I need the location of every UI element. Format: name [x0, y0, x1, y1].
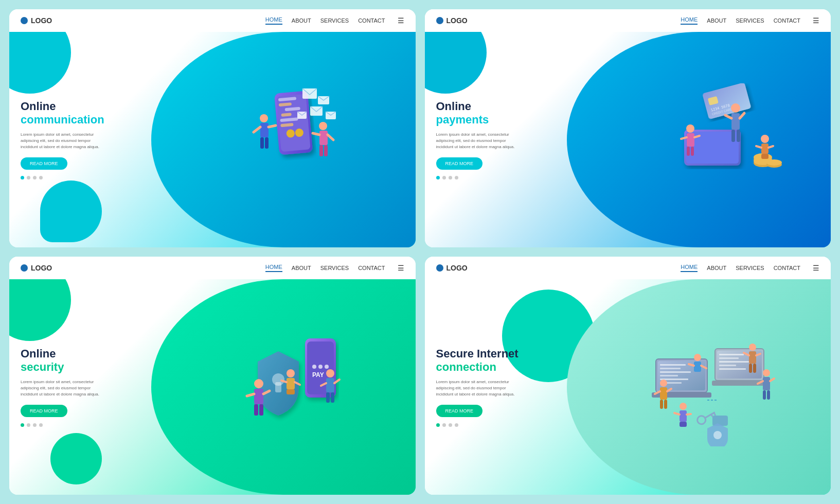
svg-rect-57	[275, 382, 281, 392]
nav-services[interactable]: SERVICES	[736, 17, 764, 24]
description: Lorem ipsum dolor sit amet, consectetur …	[436, 132, 519, 150]
nav-about[interactable]: ABOUT	[292, 265, 311, 271]
dot-2[interactable]	[442, 423, 446, 427]
nav-services[interactable]: SERVICES	[320, 17, 349, 24]
svg-point-39	[731, 103, 740, 113]
card-text-security: Online security Lorem ipsum dolor sit am…	[21, 347, 103, 427]
dot-3[interactable]	[33, 176, 37, 179]
svg-rect-52	[761, 143, 768, 154]
dot-2[interactable]	[27, 176, 30, 179]
dot-1[interactable]	[436, 176, 440, 179]
svg-rect-24	[324, 145, 328, 156]
svg-rect-94	[719, 361, 749, 363]
logo-dot	[21, 264, 28, 272]
hamburger-icon[interactable]: ☰	[813, 264, 819, 272]
svg-rect-65	[254, 389, 263, 404]
svg-rect-23	[319, 145, 323, 156]
dot-1[interactable]	[436, 423, 440, 427]
nav-contact[interactable]: CONTACT	[358, 17, 385, 24]
nav-about[interactable]: ABOUT	[292, 17, 311, 24]
nav-services[interactable]: SERVICES	[736, 265, 764, 271]
title-sub: payments	[436, 113, 519, 127]
svg-rect-46	[687, 133, 694, 147]
svg-rect-93	[719, 357, 739, 359]
svg-rect-99	[712, 416, 728, 426]
illustration-security: PAY	[158, 279, 410, 495]
logo-dot	[21, 17, 28, 24]
nav-home[interactable]: HOME	[681, 264, 698, 272]
svg-line-68	[247, 394, 254, 396]
nav-about[interactable]: ABOUT	[707, 265, 726, 271]
nav-communication: LOGO HOME ABOUT SERVICES CONTACT ☰	[9, 9, 416, 32]
svg-rect-95	[719, 365, 736, 366]
svg-rect-71	[287, 378, 295, 389]
dot-4[interactable]	[455, 423, 458, 427]
dot-2[interactable]	[442, 176, 446, 179]
nav-about[interactable]: ABOUT	[707, 17, 726, 24]
svg-line-55	[768, 146, 773, 148]
svg-rect-118	[753, 364, 756, 373]
pagination-dots	[21, 176, 104, 179]
dot-1[interactable]	[21, 176, 24, 179]
title-main: Secure Internet	[436, 347, 519, 361]
illustration-communication	[158, 32, 410, 247]
svg-rect-112	[694, 362, 701, 372]
read-more-button[interactable]: READ MORE	[436, 405, 483, 417]
blob-bottomleft	[40, 181, 102, 242]
logo-text: LOGO	[446, 16, 468, 25]
dot-1[interactable]	[21, 423, 24, 427]
svg-line-104	[714, 412, 716, 415]
read-more-button[interactable]: READ MORE	[21, 405, 67, 417]
svg-point-62	[318, 365, 323, 369]
svg-point-126	[763, 369, 770, 376]
blob-bottom	[50, 433, 102, 484]
nav-home[interactable]: HOME	[681, 16, 698, 25]
nav-contact[interactable]: CONTACT	[358, 265, 385, 271]
svg-rect-67	[259, 404, 263, 416]
nav-services[interactable]: SERVICES	[320, 265, 349, 271]
svg-rect-86	[660, 375, 678, 376]
svg-point-75	[326, 369, 334, 377]
nav-links-payments: HOME ABOUT SERVICES CONTACT ☰	[681, 16, 819, 25]
card-communication: LOGO HOME ABOUT SERVICES CONTACT ☰ Onlin…	[9, 9, 416, 247]
svg-rect-122	[680, 410, 687, 422]
svg-line-25	[313, 133, 319, 135]
card-body-communication: Online communication Lorem ipsum dolor s…	[9, 32, 416, 247]
description: Lorem ipsum dolor sit amet, consectetur …	[21, 132, 103, 150]
dot-3[interactable]	[449, 423, 452, 427]
read-more-button[interactable]: READ MORE	[21, 157, 67, 170]
svg-line-19	[254, 127, 260, 132]
nav-contact[interactable]: CONTACT	[774, 17, 800, 24]
svg-line-120	[756, 354, 760, 355]
nav-home[interactable]: HOME	[265, 264, 282, 272]
svg-point-111	[694, 354, 701, 361]
nav-contact[interactable]: CONTACT	[774, 265, 800, 271]
blob-topleft	[9, 279, 71, 341]
svg-text:PAY: PAY	[312, 371, 324, 379]
svg-line-103	[711, 414, 713, 417]
hamburger-icon[interactable]: ☰	[398, 264, 404, 272]
logo-dot	[436, 264, 443, 272]
dot-2[interactable]	[27, 423, 30, 427]
blob-topleft	[425, 32, 487, 94]
svg-line-125	[687, 414, 691, 415]
logo-text: LOGO	[31, 16, 52, 25]
hamburger-icon[interactable]: ☰	[813, 16, 819, 25]
svg-rect-22	[319, 131, 328, 145]
dot-3[interactable]	[33, 423, 37, 427]
nav-home[interactable]: HOME	[265, 16, 282, 25]
illustration-payments: 1234 5678 CREDIT CARD	[574, 32, 826, 247]
svg-rect-72	[287, 389, 295, 394]
logo-connection: LOGO	[436, 264, 468, 272]
dot-3[interactable]	[449, 176, 452, 179]
dot-4[interactable]	[39, 423, 43, 427]
read-more-button[interactable]: READ MORE	[436, 157, 483, 170]
hamburger-icon[interactable]: ☰	[398, 16, 404, 25]
card-body-connection: Secure Internet connection Lorem ipsum d…	[425, 279, 831, 495]
svg-point-101	[696, 414, 707, 425]
svg-rect-76	[326, 378, 334, 392]
dot-4[interactable]	[39, 176, 43, 179]
svg-line-20	[269, 125, 276, 127]
svg-rect-108	[664, 400, 667, 409]
dot-4[interactable]	[455, 176, 458, 179]
